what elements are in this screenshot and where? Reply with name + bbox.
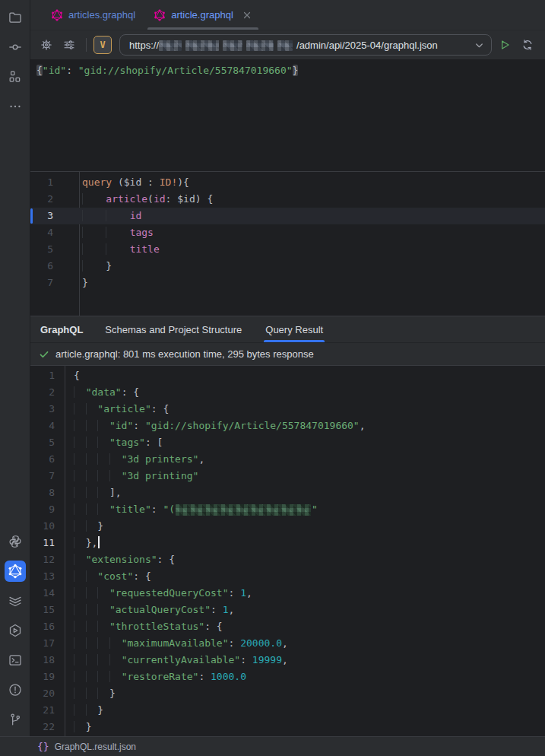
code-text: "currentlyAvailable": 19999, [65, 652, 545, 669]
code-text: } [65, 518, 545, 535]
breadcrumb-file-name[interactable]: GraphQL.result.json [55, 742, 136, 752]
code-line[interactable]: 21 } [30, 702, 545, 719]
token: { [36, 65, 43, 76]
code-line[interactable]: 2 article(id: $id) { [30, 191, 545, 208]
line-number: 1 [30, 174, 79, 191]
token [82, 260, 106, 272]
token: : [151, 503, 163, 515]
token: 20000.0 [240, 637, 282, 649]
code-line[interactable]: 20 } [30, 685, 545, 702]
code-line[interactable]: {"id": "gid://shopify/Article/5578470196… [36, 62, 545, 79]
code-line[interactable]: 1{ [30, 367, 545, 384]
code-line[interactable]: 10 } [30, 518, 545, 535]
editor-tab-bar: articles.graphql article.graphql [30, 0, 545, 30]
query-editor[interactable]: 1query ($id : ID!){2 article(id: $id) {3… [30, 172, 545, 316]
token: : { [133, 570, 151, 582]
token: , [246, 587, 252, 599]
code-line[interactable]: 11 }, [30, 535, 545, 551]
python-console-tool-button[interactable] [5, 531, 26, 552]
token: "3d printers" [122, 453, 199, 465]
code-line[interactable]: 3 id [30, 208, 545, 224]
settings-button[interactable] [36, 35, 56, 55]
chevron-down-icon[interactable] [474, 40, 485, 51]
code-line[interactable]: 15 "actualQueryCost": 1, [30, 602, 545, 618]
code-line[interactable]: 4 tags [30, 224, 545, 241]
terminal-tool-button[interactable] [5, 650, 26, 671]
code-line[interactable]: 22 } [30, 719, 545, 735]
more-tool-windows-button[interactable] [5, 96, 26, 117]
refresh-icon [521, 38, 534, 52]
code-text: id [79, 208, 545, 224]
code-line[interactable]: 17 "maximumAvailable": 20000.0, [30, 635, 545, 652]
code-line[interactable]: 13 "cost": { [30, 568, 545, 585]
services-tool-button[interactable] [5, 590, 26, 611]
code-line[interactable]: 8 ], [30, 484, 545, 501]
token: 1 [240, 587, 246, 599]
code-line[interactable]: 1query ($id : ID!){ [30, 174, 545, 191]
variables-toggle-button[interactable]: V [93, 36, 112, 54]
token: "throttleStatus" [109, 621, 204, 632]
code-line[interactable]: 5 title [30, 241, 545, 258]
version-control-tool-button[interactable] [5, 709, 26, 730]
token [74, 420, 109, 431]
problems-tool-button[interactable] [5, 679, 26, 700]
code-line[interactable]: 12 "extensions": { [30, 551, 545, 568]
tab-article-graphql[interactable]: article.graphql [144, 0, 261, 30]
code-line[interactable]: 7 "3d printing" [30, 468, 545, 484]
endpoint-url-field[interactable]: https:// /admin/api/2025-04/graphql.json [119, 34, 492, 56]
code-line[interactable]: 14 "requestedQueryCost": 1, [30, 585, 545, 602]
code-line[interactable]: 5 "tags": [ [30, 434, 545, 451]
token [74, 587, 109, 599]
code-line[interactable]: 4 "id": "gid://shopify/Article/557847019… [30, 418, 545, 434]
tab-schemas-and-project-structure[interactable]: Schemas and Project Structure [103, 316, 243, 342]
run-tool-button[interactable] [5, 620, 26, 641]
token: : [166, 193, 178, 205]
token: : [66, 65, 78, 76]
token [74, 604, 109, 615]
code-text: "maximumAvailable": 20000.0, [65, 635, 545, 652]
code-line[interactable]: 7} [30, 275, 545, 291]
re-run-button[interactable] [518, 35, 537, 55]
tool-window-header: GraphQL Schemas and Project Structure Qu… [30, 316, 545, 342]
code-line[interactable]: 6 "3d printers", [30, 451, 545, 468]
graphql-tool-button[interactable] [5, 561, 26, 582]
structure-tool-button[interactable] [5, 66, 26, 87]
code-text: } [65, 702, 545, 719]
code-line[interactable]: 2 "data": { [30, 384, 545, 401]
run-query-button[interactable] [495, 35, 515, 55]
line-number: 3 [30, 401, 65, 418]
result-editor[interactable]: 1{2 "data": {3 "article": {4 "id": "gid:… [30, 366, 545, 736]
token: : [229, 637, 241, 649]
token: "requestedQueryCost" [109, 587, 229, 599]
sliders-icon [62, 38, 76, 52]
code-line[interactable]: 9 "title": "(" [30, 501, 545, 518]
token [74, 520, 97, 532]
code-text: "extensions": { [65, 551, 545, 568]
code-line[interactable]: 19 "restoreRate": 1000.0 [30, 669, 545, 685]
tab-query-result[interactable]: Query Result [264, 316, 325, 342]
code-text: title [79, 241, 545, 258]
token: "currentlyAvailable" [122, 654, 241, 665]
tab-articles-graphql[interactable]: articles.graphql [42, 0, 144, 30]
code-line[interactable]: 18 "currentlyAvailable": 19999, [30, 652, 545, 669]
commit-tool-button[interactable] [5, 37, 26, 58]
token: id [130, 210, 142, 221]
code-line[interactable]: 3 "article": { [30, 401, 545, 418]
token: 1 [223, 604, 229, 615]
code-line[interactable]: 6 } [30, 258, 545, 275]
python-icon [8, 534, 23, 549]
line-number: 17 [30, 635, 65, 652]
code-text: "article": { [65, 401, 545, 418]
token [74, 403, 97, 415]
request-options-button[interactable] [59, 35, 79, 55]
close-icon[interactable] [242, 10, 252, 21]
token: "tags" [109, 437, 145, 448]
token: "restoreRate" [122, 671, 199, 682]
tab-label: article.graphql [171, 9, 233, 21]
project-tool-button[interactable] [5, 7, 26, 28]
token: , [198, 453, 204, 465]
redacted-url-chunk [185, 40, 219, 51]
code-line[interactable]: 16 "throttleStatus": { [30, 618, 545, 635]
token [74, 386, 86, 398]
variables-editor[interactable]: {"id": "gid://shopify/Article/5578470196… [30, 59, 545, 172]
